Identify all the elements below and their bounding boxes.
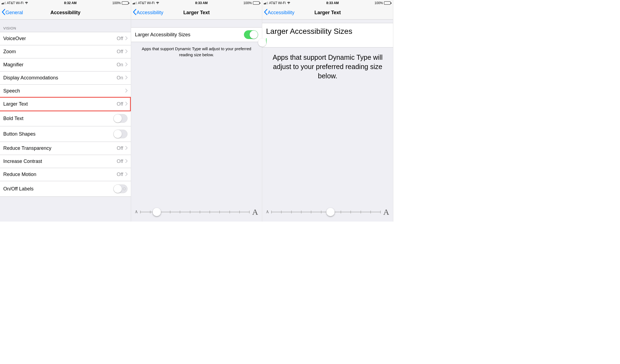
status-bar: AT&T Wi-Fi 8:32 AM 100% (0, 0, 131, 6)
battery-icon (122, 1, 129, 5)
footer-note: Apps that support Dynamic Type will adju… (131, 42, 262, 62)
row-label: Reduce Transparency (3, 145, 51, 151)
row-label: VoiceOver (3, 36, 26, 41)
nav-bar: General Accessibility (0, 6, 131, 20)
chevron-right-icon (125, 159, 128, 164)
signal-icon (264, 2, 268, 4)
back-label: Accessibility (137, 10, 163, 16)
row-button-shapes[interactable]: Button Shapes (0, 126, 131, 142)
chevron-right-icon (125, 76, 128, 80)
signal-icon (133, 2, 137, 4)
chevron-left-icon (133, 9, 137, 16)
slider-min-icon: A (266, 210, 269, 214)
chevron-right-icon (125, 62, 128, 67)
signal-icon (2, 2, 6, 4)
row-label: Increase Contrast (3, 159, 42, 164)
chevron-right-icon (125, 172, 128, 177)
larger-accessibility-sizes-row[interactable]: Larger Accessibility Sizes (262, 23, 393, 47)
toggle[interactable] (113, 184, 128, 193)
row-label: On/Off Labels (3, 186, 34, 192)
text-size-slider-area: A A (262, 202, 393, 222)
status-bar: AT&T Wi-Fi 8:33 AM 100% (262, 0, 393, 6)
toggle[interactable] (113, 130, 128, 138)
row-label: Zoom (3, 49, 16, 55)
slider-max-icon: A (252, 207, 258, 217)
toggle[interactable] (113, 114, 128, 123)
row-increase-contrast[interactable]: Increase ContrastOff (0, 155, 131, 168)
row-value: Off (117, 49, 123, 55)
back-button[interactable]: Accessibility (131, 9, 163, 16)
text-size-slider[interactable] (271, 208, 380, 216)
row-reduce-transparency[interactable]: Reduce TransparencyOff (0, 142, 131, 155)
row-label: Magnifier (3, 62, 23, 68)
row-label: Display Accommodations (3, 75, 58, 81)
back-label: General (5, 10, 23, 16)
back-button[interactable]: Accessibility (262, 9, 294, 16)
row-speech[interactable]: Speech (0, 85, 131, 98)
settings-list: VoiceOverOffZoomOffMagnifierOnDisplay Ac… (0, 32, 131, 197)
slider-min-icon: A (135, 210, 138, 214)
row-value: Off (117, 145, 123, 151)
text-size-slider[interactable] (140, 208, 249, 216)
clock: 8:32 AM (64, 1, 77, 5)
row-value: Off (117, 172, 123, 177)
carrier-label: AT&T Wi-Fi (138, 1, 155, 5)
row-display-accommodations[interactable]: Display AccommodationsOn (0, 71, 131, 85)
row-voiceover[interactable]: VoiceOverOff (0, 32, 131, 45)
status-bar: AT&T Wi-Fi 8:33 AM 100% (131, 0, 262, 6)
row-label: Button Shapes (3, 131, 36, 137)
battery-percent: 100% (374, 1, 383, 5)
screen-larger-text-big: AT&T Wi-Fi 8:33 AM 100% Accessibility La… (262, 0, 393, 222)
nav-bar: Accessibility Larger Text (262, 6, 393, 20)
chevron-left-icon (264, 9, 268, 16)
chevron-left-icon (2, 9, 5, 16)
battery-icon (253, 1, 260, 5)
slider-thumb[interactable] (153, 208, 161, 216)
row-label: Speech (3, 88, 20, 94)
row-value: Off (117, 36, 123, 41)
row-zoom[interactable]: ZoomOff (0, 45, 131, 58)
carrier-label: AT&T Wi-Fi (7, 1, 23, 5)
larger-accessibility-sizes-row[interactable]: Larger Accessibility Sizes (131, 27, 262, 42)
slider-thumb[interactable] (326, 208, 335, 216)
battery-icon (384, 1, 391, 5)
back-button[interactable]: General (0, 9, 23, 16)
screen-accessibility: AT&T Wi-Fi 8:32 AM 100% General Accessib… (0, 0, 131, 222)
toggle-label: Larger Accessibility Sizes (266, 27, 389, 38)
battery-percent: 100% (243, 1, 252, 5)
chevron-right-icon (125, 146, 128, 151)
row-value: On (117, 75, 123, 81)
wifi-icon (25, 1, 28, 5)
chevron-right-icon (125, 102, 128, 107)
text-size-slider-area: A A (131, 202, 262, 222)
back-label: Accessibility (268, 10, 294, 16)
row-bold-text[interactable]: Bold Text (0, 111, 131, 126)
wifi-icon (287, 1, 291, 5)
chevron-right-icon (125, 36, 128, 41)
row-magnifier[interactable]: MagnifierOn (0, 58, 131, 71)
row-label: Larger Text (3, 101, 28, 107)
page-title: Larger Text (183, 10, 210, 16)
wifi-icon (156, 1, 160, 5)
page-title: Accessibility (50, 10, 80, 16)
battery-percent: 100% (112, 1, 121, 5)
larger-sizes-toggle[interactable] (266, 38, 267, 43)
footer-note: Apps that support Dynamic Type will adju… (262, 47, 393, 86)
screen-larger-text: AT&T Wi-Fi 8:33 AM 100% Accessibility La… (131, 0, 262, 222)
row-larger-text[interactable]: Larger TextOff (0, 98, 131, 111)
toggle-label: Larger Accessibility Sizes (135, 32, 190, 38)
chevron-right-icon (125, 49, 128, 54)
chevron-right-icon (125, 89, 128, 94)
slider-max-icon: A (383, 207, 389, 217)
page-title: Larger Text (314, 10, 341, 16)
section-header: VISION (0, 20, 131, 32)
row-reduce-motion[interactable]: Reduce MotionOff (0, 168, 131, 181)
larger-sizes-toggle[interactable] (244, 30, 258, 39)
carrier-label: AT&T Wi-Fi (269, 1, 286, 5)
nav-bar: Accessibility Larger Text (131, 6, 262, 20)
clock: 8:33 AM (326, 1, 339, 5)
clock: 8:33 AM (195, 1, 208, 5)
row-value: On (117, 62, 123, 68)
row-on-off-labels[interactable]: On/Off Labels (0, 181, 131, 196)
row-value: Off (117, 101, 123, 107)
